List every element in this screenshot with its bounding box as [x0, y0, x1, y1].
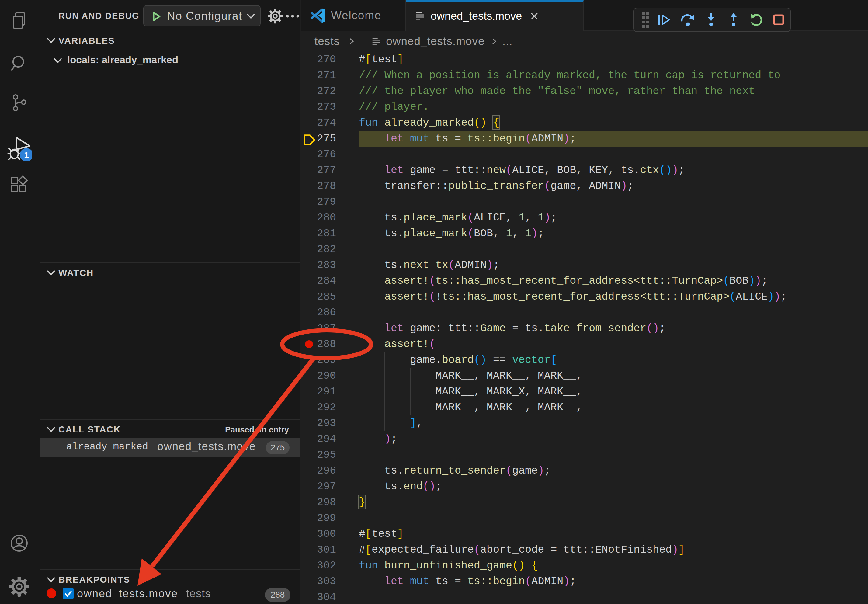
svg-text:1: 1	[24, 150, 29, 160]
